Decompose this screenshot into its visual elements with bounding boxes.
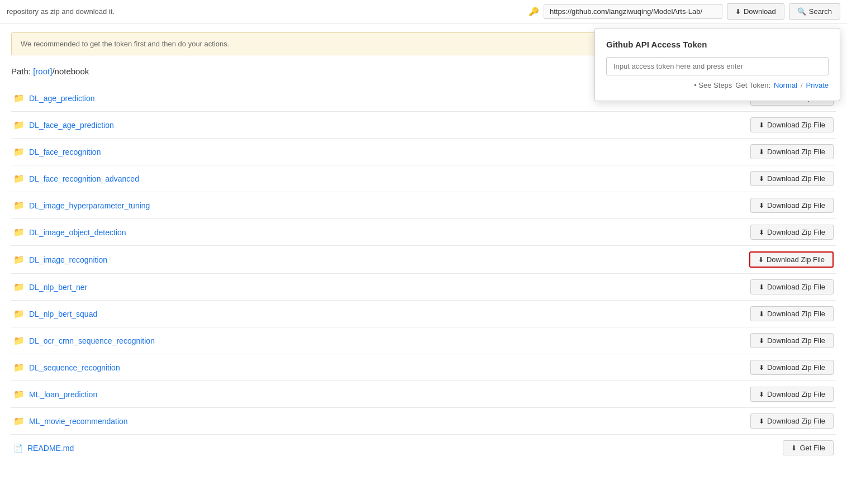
download-zip-button[interactable]: ⬇Download Zip File	[750, 387, 834, 402]
file-row: 📁DL_face_age_prediction⬇Download Zip Fil…	[11, 112, 836, 139]
header-bar: repository as zip and download it. 🔑 Dow…	[0, 0, 847, 23]
download-btn-label: Download Zip File	[767, 310, 825, 318]
download-zip-button[interactable]: ⬇Download Zip File	[750, 360, 834, 375]
search-button[interactable]: 🔍 Search	[789, 3, 840, 20]
file-name-link[interactable]: DL_image_recognition	[29, 255, 107, 264]
download-btn-icon: ⬇	[759, 337, 764, 345]
download-btn-label: Download Zip File	[767, 363, 825, 372]
see-steps-text: • See Steps	[694, 81, 732, 89]
file-name-link[interactable]: DL_ocr_crnn_sequence_recognition	[29, 336, 155, 345]
download-btn-icon: ⬇	[759, 175, 764, 183]
download-zip-button[interactable]: ⬇Download Zip File	[750, 279, 834, 294]
download-zip-button[interactable]: ⬇Download Zip File	[750, 117, 834, 132]
file-name-link[interactable]: DL_nlp_bert_squad	[29, 310, 97, 318]
folder-icon: 📁	[13, 335, 25, 346]
download-zip-button[interactable]: ⬇Download Zip File	[750, 413, 834, 429]
header-left-text: repository as zip and download it.	[7, 7, 524, 16]
token-links-area: • See Steps Get Token: Normal / Private	[606, 81, 829, 89]
download-btn-label: Download Zip File	[767, 228, 825, 236]
download-btn-icon: ⬇	[759, 310, 764, 318]
folder-icon: 📁	[13, 173, 25, 184]
get-token-label: Get Token:	[735, 81, 770, 89]
folder-icon: 📁	[13, 120, 25, 130]
download-btn-icon: ⬇	[759, 364, 764, 372]
download-zip-button[interactable]: ⬇Download Zip File	[750, 306, 834, 321]
download-zip-button[interactable]: ⬇Download Zip File	[749, 251, 834, 268]
download-zip-button[interactable]: ⬇Download Zip File	[750, 144, 834, 159]
file-name-link[interactable]: ML_loan_prediction	[29, 390, 97, 399]
file-row: 📁DL_face_recognition_advanced⬇Download Z…	[11, 165, 836, 192]
search-icon: 🔍	[797, 7, 806, 16]
file-row: 📁DL_ocr_crnn_sequence_recognition⬇Downlo…	[11, 327, 836, 354]
path-current: /notebook	[52, 66, 89, 76]
download-btn-icon: ⬇	[759, 148, 764, 156]
file-row: 📁DL_nlp_bert_ner⬇Download Zip File	[11, 274, 836, 301]
file-name-link[interactable]: DL_image_hyperparameter_tuning	[29, 201, 150, 210]
folder-icon: 📁	[13, 146, 25, 157]
download-btn-label: Download Zip File	[767, 283, 825, 291]
download-btn-icon: ⬇	[758, 256, 764, 264]
file-name-link[interactable]: DL_nlp_bert_ner	[29, 283, 87, 292]
folder-icon: 📁	[13, 308, 25, 319]
path-label: Path:	[11, 66, 31, 76]
download-btn-icon: ⬇	[759, 229, 764, 236]
normal-link[interactable]: Normal	[774, 81, 797, 89]
warning-text: We recommended to get the token first an…	[21, 40, 229, 48]
download-btn-label: Download Zip File	[767, 121, 825, 129]
file-list: 📁DL_age_prediction⬇Download Zip File📁DL_…	[11, 85, 836, 461]
download-btn-label: Download	[744, 7, 776, 16]
file-name-link[interactable]: DL_sequence_recognition	[29, 363, 120, 372]
folder-icon: 📁	[13, 282, 25, 292]
separator: /	[801, 81, 803, 89]
folder-icon: 📁	[13, 254, 25, 265]
download-btn-label: Download Zip File	[767, 174, 825, 183]
download-btn-icon: ⬇	[759, 283, 764, 291]
download-zip-button[interactable]: ⬇Download Zip File	[750, 333, 834, 348]
private-link[interactable]: Private	[806, 81, 829, 89]
file-row: 📁DL_image_recognition⬇Download Zip File	[11, 246, 836, 274]
download-btn-label: Download Zip File	[767, 417, 825, 425]
file-name-link[interactable]: README.md	[27, 444, 74, 453]
url-input[interactable]	[544, 4, 722, 19]
token-popup-title: Github API Access Token	[606, 40, 829, 49]
download-btn-label: Download Zip File	[767, 201, 825, 210]
file-name-link[interactable]: DL_age_prediction	[29, 94, 95, 103]
download-zip-button[interactable]: ⬇Download Zip File	[750, 171, 834, 186]
file-row: 📁DL_image_hyperparameter_tuning⬇Download…	[11, 192, 836, 219]
file-name-link[interactable]: DL_face_recognition_advanced	[29, 174, 139, 183]
file-row: 📁ML_movie_recommendation⬇Download Zip Fi…	[11, 408, 836, 435]
download-button[interactable]: Download	[727, 3, 784, 20]
key-icon: 🔑	[529, 7, 539, 17]
download-btn-icon: ⬇	[759, 391, 764, 398]
folder-icon: 📁	[13, 416, 25, 426]
download-btn-icon: ⬇	[759, 417, 764, 425]
download-btn-icon: ⬇	[791, 444, 797, 452]
file-row: 📁ML_loan_prediction⬇Download Zip File	[11, 381, 836, 408]
file-row: 📄README.md⬇Get File	[11, 435, 836, 461]
download-btn-label: Download Zip File	[767, 148, 825, 156]
download-btn-label: Get File	[800, 444, 825, 452]
download-zip-button[interactable]: ⬇Download Zip File	[750, 225, 834, 240]
download-zip-button[interactable]: ⬇Get File	[783, 440, 834, 455]
file-row: 📁DL_image_object_detection⬇Download Zip …	[11, 219, 836, 246]
file-name-link[interactable]: ML_movie_recommendation	[29, 417, 128, 426]
folder-icon: 📁	[13, 362, 25, 373]
file-icon: 📄	[13, 444, 23, 453]
download-btn-label: Download Zip File	[767, 390, 825, 398]
download-btn-icon: ⬇	[759, 202, 764, 210]
path-root-link[interactable]: [root]	[33, 66, 52, 76]
download-btn-icon: ⬇	[759, 121, 764, 129]
folder-icon: 📁	[13, 227, 25, 237]
folder-icon: 📁	[13, 93, 25, 103]
folder-icon: 📁	[13, 389, 25, 400]
download-zip-button[interactable]: ⬇Download Zip File	[750, 198, 834, 213]
file-name-link[interactable]: DL_image_object_detection	[29, 228, 126, 237]
file-name-link[interactable]: DL_face_recognition	[29, 148, 101, 156]
file-name-link[interactable]: DL_face_age_prediction	[29, 121, 114, 130]
token-popup: Github API Access Token • See Steps Get …	[594, 28, 840, 101]
search-btn-label: Search	[809, 7, 832, 16]
file-row: 📁DL_sequence_recognition⬇Download Zip Fi…	[11, 354, 836, 381]
file-row: 📁DL_face_recognition⬇Download Zip File	[11, 139, 836, 165]
token-input[interactable]	[606, 57, 829, 75]
download-icon	[735, 7, 741, 16]
